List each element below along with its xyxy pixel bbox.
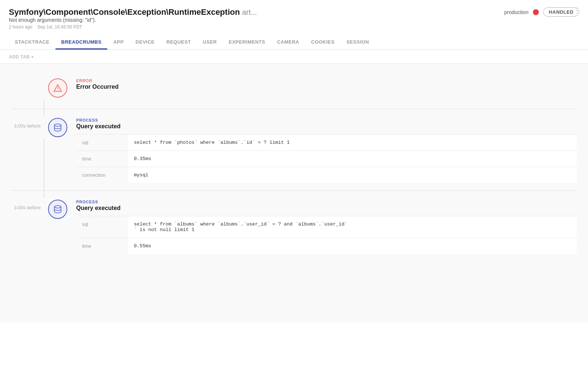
detail-table-2: sql select * from `albums` where `albums… [76, 216, 577, 254]
detail-table-1: sql select * from `photos` where `albums… [76, 134, 577, 183]
tab-device[interactable]: DEVICE [130, 35, 160, 50]
status-dot [533, 9, 539, 15]
tab-app[interactable]: APP [107, 35, 129, 50]
add-tab-row: ADD TAB + [0, 50, 588, 64]
breadcrumb-type-label: ERROR [76, 78, 577, 83]
val-time-1: 0.35ms [128, 151, 577, 167]
process-icon-container-2 [48, 200, 67, 219]
val-connection-1: mysql [128, 167, 577, 183]
exception-time: 2 hours ago Sep 1st, 16:45:50 PDT [9, 24, 257, 30]
process-icon-container-1 [48, 118, 67, 137]
tab-breadcrumbs[interactable]: BREADCRUMBS [55, 35, 108, 50]
time-label-2: 3.00s before [11, 200, 48, 210]
timeline: ! ERROR Error Occurred 3.00s before [0, 64, 588, 269]
alert-triangle-icon: ! [53, 84, 62, 92]
table-row: time 0.35ms [76, 151, 577, 167]
tab-experiments[interactable]: EXPERIMENTS [223, 35, 271, 50]
page-wrapper: Symfony\Component\Console\Exception\Runt… [0, 0, 588, 322]
key-connection-1: connection [76, 167, 128, 183]
key-time-2: time [76, 238, 128, 254]
svg-point-1 [54, 124, 61, 126]
val-sql-1: select * from `photos` where `albums`.`i… [128, 135, 577, 151]
table-row: sql select * from `photos` where `albums… [76, 135, 577, 151]
svg-point-2 [54, 206, 61, 208]
breadcrumb-title: Error Occurred [76, 84, 577, 90]
time-label-1: 3.00s before [11, 118, 48, 129]
tab-camera[interactable]: CAMERA [271, 35, 305, 50]
tab-stacktrace[interactable]: STACKTRACE [9, 35, 55, 50]
header-actions: production HANDLED [504, 7, 579, 17]
add-tab-button[interactable]: ADD TAB + [9, 54, 34, 60]
table-row: time 0.55ms [76, 238, 577, 254]
process-title-2: Query executed [76, 205, 577, 211]
exception-subtitle: Not enough arguments (missing: "id"). [9, 17, 257, 23]
process-body-2: PROCESS Query executed sql select * from… [76, 200, 577, 254]
environment-label: production [504, 9, 528, 15]
exception-title: Symfony\Component\Console\Exception\Runt… [9, 7, 257, 17]
breadcrumb-item-process-2: 3.00s before PROCESS Query executed sql [0, 191, 588, 261]
breadcrumb-item-process-1: 3.00s before PROCESS Query executed sql [0, 109, 588, 190]
breadcrumbs-content: ! ERROR Error Occurred 3.00s before [0, 64, 588, 322]
tab-request[interactable]: REQUEST [160, 35, 197, 50]
tab-session[interactable]: SESSION [341, 35, 375, 50]
process-title-1: Query executed [76, 123, 577, 130]
key-sql-2: sql [76, 216, 128, 238]
key-time-1: time [76, 151, 128, 167]
val-time-2: 0.55ms [128, 238, 577, 254]
val-sql-2: select * from `albums` where `albums`.`u… [128, 216, 577, 238]
time-label [11, 78, 48, 84]
tab-bar: STACKTRACE BREADCRUMBS APP DEVICE REQUES… [9, 35, 579, 50]
process-type-label-2: PROCESS [76, 200, 577, 204]
process-body-1: PROCESS Query executed sql select * from… [76, 118, 577, 183]
exception-info: Symfony\Component\Console\Exception\Runt… [9, 7, 257, 34]
error-header: Symfony\Component\Console\Exception\Runt… [0, 0, 588, 50]
process-type-label-1: PROCESS [76, 118, 577, 122]
tab-cookies[interactable]: COOKIES [305, 35, 340, 50]
error-icon-container: ! [48, 78, 67, 98]
table-row: sql select * from `albums` where `albums… [76, 216, 577, 238]
database-icon-1 [53, 123, 62, 132]
table-row: connection mysql [76, 167, 577, 183]
tab-user[interactable]: USER [197, 35, 223, 50]
more-options-icon[interactable]: ⋮ [573, 6, 581, 15]
breadcrumb-item-error: ! ERROR Error Occurred [0, 71, 588, 109]
database-icon-2 [53, 204, 62, 214]
svg-text:!: ! [57, 87, 58, 91]
error-body: ERROR Error Occurred [76, 78, 577, 95]
key-sql-1: sql [76, 135, 128, 151]
